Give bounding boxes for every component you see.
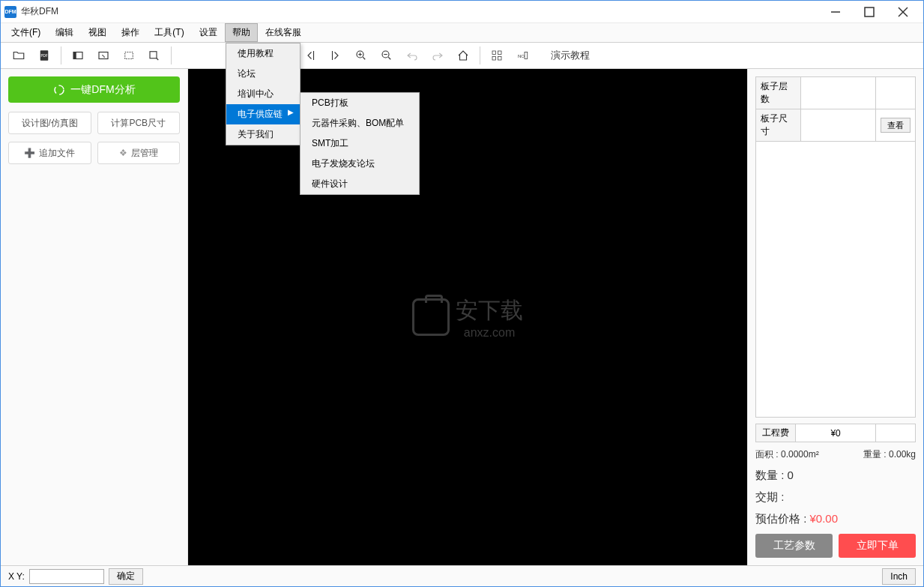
qty-label: 数量 : (755, 469, 784, 481)
eng-fee-value: ¥0 (796, 424, 876, 442)
board-fee-value (876, 424, 916, 442)
zoom-in-icon[interactable] (349, 45, 373, 66)
properties-table: 板子层数 板子尺寸 查看 (755, 76, 916, 142)
xy-input[interactable] (29, 569, 104, 584)
menu-help[interactable]: 帮助 (225, 23, 258, 42)
area-value: 0.0000m² (781, 449, 819, 460)
layers-icon: ❖ (119, 148, 127, 158)
demo-tutorial-link[interactable]: 演示教程 (551, 49, 590, 62)
menu-operate[interactable]: 操作 (114, 23, 147, 42)
menu-tools[interactable]: 工具(T) (147, 23, 191, 42)
separator (61, 46, 61, 64)
submenu-hardware[interactable]: 硬件设计 (301, 174, 419, 194)
compare-icon[interactable]: NO (510, 45, 534, 66)
zoom-out-icon[interactable] (375, 45, 399, 66)
watermark-cn: 安下载 (456, 295, 523, 326)
app-title: 华秋DFM (21, 5, 818, 18)
submenu-arrow-icon: ▶ (288, 108, 294, 116)
home-icon[interactable] (451, 45, 475, 66)
est-price-value: ¥0.00 (810, 512, 839, 525)
help-menu-about[interactable]: 关于我们 (226, 124, 300, 145)
view-button[interactable]: 查看 (881, 118, 911, 133)
watermark-en: anxz.com (456, 326, 523, 340)
watermark-logo-icon (412, 298, 450, 336)
add-file-button[interactable]: ➕ 追加文件 (8, 142, 91, 164)
confirm-button[interactable]: 确定 (109, 568, 143, 585)
delivery-label: 交期 : (755, 490, 784, 503)
weight-label: 重量 : (863, 449, 887, 460)
size-value (801, 109, 876, 142)
minimize-button[interactable] (818, 1, 852, 23)
separator (171, 46, 172, 64)
right-panel: 板子层数 板子尺寸 查看 工程费 ¥0 面积 : 0.0000m² 重量 : 0… (747, 69, 923, 565)
layers-label: 板子层数 (756, 77, 801, 109)
est-price-label: 预估价格 : (755, 512, 806, 525)
layer-manage-button[interactable]: ❖ 层管理 (97, 142, 181, 164)
design-sim-button[interactable]: 设计图/仿真图 (8, 112, 91, 134)
order-now-button[interactable]: 立即下单 (839, 534, 916, 558)
area-label: 面积 : (755, 449, 779, 460)
submenu-forum[interactable]: 电子发烧友论坛 (301, 154, 419, 174)
qty-value: 0 (788, 469, 794, 481)
rect-tool-icon[interactable] (66, 45, 90, 66)
arrow-out-right-icon[interactable] (324, 45, 348, 66)
tech-params-button[interactable]: 工艺参数 (755, 534, 833, 558)
watermark: 安下载 anxz.com (412, 295, 523, 340)
help-dropdown: 使用教程 论坛 培训中心 电子供应链 ▶ 关于我们 (226, 43, 301, 145)
calc-pcb-size-button[interactable]: 计算PCB尺寸 (97, 112, 181, 134)
svg-rect-10 (150, 52, 157, 58)
supply-chain-submenu: PCB打板 元器件采购、BOM配单 SMT加工 电子发烧友论坛 硬件设计 (300, 92, 420, 195)
svg-text:NO: NO (518, 54, 525, 58)
help-menu-supply-chain[interactable]: 电子供应链 ▶ (226, 104, 300, 124)
submenu-smt[interactable]: SMT加工 (301, 133, 419, 154)
close-button[interactable] (886, 1, 920, 23)
svg-rect-9 (125, 52, 133, 59)
dfm-button-label: 一键DFM分析 (70, 83, 135, 97)
select-tool-icon[interactable] (117, 45, 141, 66)
pdf-icon[interactable]: PDF (32, 45, 56, 66)
undo-icon[interactable] (400, 45, 424, 66)
snap-tool-icon[interactable] (142, 45, 166, 66)
svg-rect-14 (498, 51, 502, 55)
svg-rect-15 (492, 57, 496, 61)
submenu-pcb[interactable]: PCB打板 (301, 93, 419, 113)
menu-view[interactable]: 视图 (81, 23, 114, 42)
layer-manage-label: 层管理 (131, 147, 158, 160)
weight-value: 0.00kg (889, 449, 916, 460)
svg-point-19 (55, 85, 64, 94)
properties-empty-area (755, 142, 916, 418)
submenu-bom[interactable]: 元器件采购、BOM配单 (301, 113, 419, 133)
svg-rect-16 (498, 57, 502, 61)
separator (480, 46, 480, 64)
help-menu-training[interactable]: 培训中心 (226, 84, 300, 104)
layers-value (801, 77, 876, 109)
arrow-in-left-icon[interactable] (298, 45, 322, 66)
svg-text:PDF: PDF (41, 54, 48, 58)
help-menu-forum[interactable]: 论坛 (226, 64, 300, 84)
redo-icon[interactable] (426, 45, 450, 66)
menubar: 文件(F) 编辑 视图 操作 工具(T) 设置 帮助 在线客服 (1, 23, 923, 43)
menu-edit[interactable]: 编辑 (48, 23, 81, 42)
eng-fee-label: 工程费 (756, 424, 796, 442)
titlebar: DFM 华秋DFM (1, 1, 923, 23)
cursor-tool-icon[interactable] (91, 45, 115, 66)
plus-icon: ➕ (24, 148, 35, 158)
inch-button[interactable]: Inch (882, 568, 916, 585)
menu-online-service[interactable]: 在线客服 (258, 23, 309, 42)
size-label: 板子尺寸 (756, 109, 801, 142)
grid-icon[interactable] (485, 45, 509, 66)
menu-file[interactable]: 文件(F) (4, 23, 48, 42)
add-file-label: 追加文件 (39, 147, 75, 160)
maximize-button[interactable] (852, 1, 886, 23)
help-menu-tutorial[interactable]: 使用教程 (226, 43, 300, 64)
svg-rect-18 (525, 52, 528, 59)
help-menu-supply-chain-label: 电子供应链 (238, 109, 283, 119)
xy-label: X Y: (8, 571, 25, 582)
svg-rect-13 (492, 51, 496, 55)
app-icon: DFM (4, 6, 16, 18)
svg-rect-1 (865, 7, 874, 16)
menu-settings[interactable]: 设置 (192, 23, 225, 42)
left-panel: 一键DFM分析 设计图/仿真图 计算PCB尺寸 ➕ 追加文件 ❖ 层管理 (1, 69, 188, 565)
open-folder-icon[interactable] (7, 45, 31, 66)
dfm-analysis-button[interactable]: 一键DFM分析 (8, 76, 180, 103)
